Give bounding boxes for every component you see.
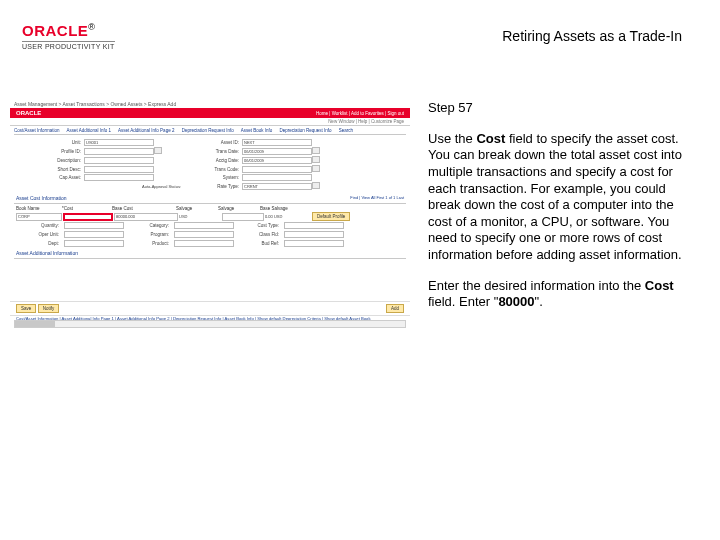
transdate-label: Trans Date:: [184, 149, 242, 154]
form-grid: Unit: US001 Asset ID: NEXT Profile ID: T…: [10, 136, 410, 193]
assetid-label: Asset ID:: [184, 140, 242, 145]
calendar-icon: [312, 147, 320, 154]
short-label: Short Desc:: [20, 167, 84, 172]
brand-subtitle: USER PRODUCTIVITY KIT: [22, 41, 115, 50]
section-title: Asset Cost Information: [16, 193, 73, 202]
instruction-paragraph-2: Enter the desired information into the C…: [428, 278, 690, 311]
short-field: [84, 166, 154, 173]
prog-label: Program:: [126, 232, 172, 237]
system-field: [242, 174, 312, 181]
page-header: ORACLE® USER PRODUCTIVITY KIT Retiring A…: [0, 0, 720, 56]
desc-label: Description:: [20, 158, 84, 163]
cost-row: CORP 80000.000 USD 0.00 USD Default Prof…: [10, 212, 410, 221]
desc-field: [84, 157, 154, 164]
book-cell: CORP: [16, 213, 62, 221]
dept-field: [64, 240, 124, 247]
class-label: Class Fld:: [236, 232, 282, 237]
cat-label: Category:: [126, 223, 172, 228]
tab-book: Asset Book Info: [241, 128, 273, 133]
col-salvage2: Salvage: [218, 205, 260, 212]
tab-cost: Cost/Asset Information: [14, 128, 60, 133]
prog-field: [174, 231, 234, 238]
calendar-icon: [312, 156, 320, 163]
brand-text: ORACLE: [22, 22, 88, 39]
prod-field: [174, 240, 234, 247]
dept-label: Dept:: [16, 241, 62, 246]
transcode-label: Trans Code:: [184, 167, 242, 172]
bud-label: Bud Ref:: [236, 241, 282, 246]
horizontal-scrollbar[interactable]: [14, 320, 406, 328]
tab-search: Search: [339, 128, 353, 133]
ratetype-label: Rate Type:: [184, 184, 242, 189]
action-bar: Save Notify Add: [10, 301, 410, 316]
qty-field: [64, 222, 124, 229]
tab-row: Cost/Asset Information Asset Additional …: [10, 126, 410, 133]
capasset-label: Cap Asset:: [20, 175, 84, 180]
class-field: [284, 231, 344, 238]
lookup-icon: [312, 182, 320, 189]
grid-nav: Find | View All First 1 of 1 Last: [350, 195, 404, 200]
oper-field: [64, 231, 124, 238]
qty-label: Quantity:: [16, 223, 62, 228]
col-salvage: Salvage: [176, 205, 218, 212]
col-basecost: Base Cost: [112, 205, 176, 212]
tab-addl2: Asset Additional Info Page 2: [118, 128, 174, 133]
ratetype-field: CRRNT: [242, 183, 312, 190]
tab-depr2: Depreciation Request Info: [280, 128, 332, 133]
logo-block: ORACLE® USER PRODUCTIVITY KIT: [22, 22, 115, 50]
default-profile-button: Default Profile: [312, 212, 350, 221]
p1-text-c: field to specify the asset cost. You can…: [428, 131, 682, 262]
main-content: Asset Management > Asset Transactions > …: [0, 56, 720, 332]
p1-cost-word: Cost: [476, 131, 505, 146]
chartfield-row-1: Quantity: Category: Cost Type:: [10, 221, 410, 230]
col-basesalvage: Base Salvage: [260, 205, 306, 212]
profile-field: [84, 148, 154, 155]
autoapp-label: Auto-Approval Status:: [84, 184, 184, 189]
p2-text-e: ".: [535, 294, 543, 309]
p2-text-c: field. Enter ": [428, 294, 498, 309]
instruction-paragraph-1: Use the Cost field to specify the asset …: [428, 131, 690, 264]
lookup-icon: [154, 147, 162, 154]
add-button: Add: [386, 304, 404, 313]
unit-label: Unit:: [20, 140, 84, 145]
cat-field: [174, 222, 234, 229]
transdate-field: 06/01/2009: [242, 148, 312, 155]
document-title: Retiring Assets as a Trade-In: [502, 22, 682, 44]
divider: [14, 258, 406, 259]
divider: [14, 203, 406, 204]
col-cost: *Cost: [62, 205, 112, 212]
scrollbar-thumb[interactable]: [15, 321, 55, 327]
cost-header: Book Name *Cost Base Cost Salvage Salvag…: [10, 205, 410, 212]
app-banner: ORACLE Home | Worklist | Add to Favorite…: [10, 108, 410, 118]
p1-text-a: Use the: [428, 131, 476, 146]
tab-addl1: Asset Additional Info 1: [67, 128, 112, 133]
cost-field-highlighted[interactable]: [63, 213, 113, 221]
oper-label: Oper Unit:: [16, 232, 62, 237]
transcode-field: [242, 166, 312, 173]
capasset-field: [84, 174, 154, 181]
profile-label: Profile ID:: [20, 149, 84, 154]
currency-cell: USD: [179, 214, 221, 219]
bud-field: [284, 240, 344, 247]
save-button: Save: [16, 304, 36, 313]
banner-nav: Home | Worklist | Add to Favorites | Sig…: [316, 111, 404, 116]
chartfield-row-2: Oper Unit: Program: Class Fld:: [10, 230, 410, 239]
addl-section-title: Asset Additional Information: [10, 248, 410, 257]
acctdate-label: Acctg Date:: [184, 158, 242, 163]
app-brand: ORACLE: [16, 110, 41, 116]
instruction-column: Step 57 Use the Cost field to specify th…: [428, 100, 690, 332]
step-label: Step 57: [428, 100, 690, 117]
costtype-field: [284, 222, 344, 229]
breadcrumb-bar: Asset Management > Asset Transactions > …: [10, 100, 410, 108]
divider: [14, 134, 406, 135]
salvage-cell: [222, 213, 264, 221]
assetid-field: NEXT: [242, 139, 312, 146]
chartfield-row-3: Dept: Product: Bud Ref:: [10, 239, 410, 248]
tab-depr: Depreciation Request Info: [182, 128, 234, 133]
notify-button: Notify: [38, 304, 60, 313]
p2-text-a: Enter the desired information into the: [428, 278, 645, 293]
acctdate-field: 06/01/2009: [242, 157, 312, 164]
breadcrumb: Asset Management > Asset Transactions > …: [14, 101, 176, 107]
p2-value: 80000: [498, 294, 534, 309]
p2-cost-word: Cost: [645, 278, 674, 293]
